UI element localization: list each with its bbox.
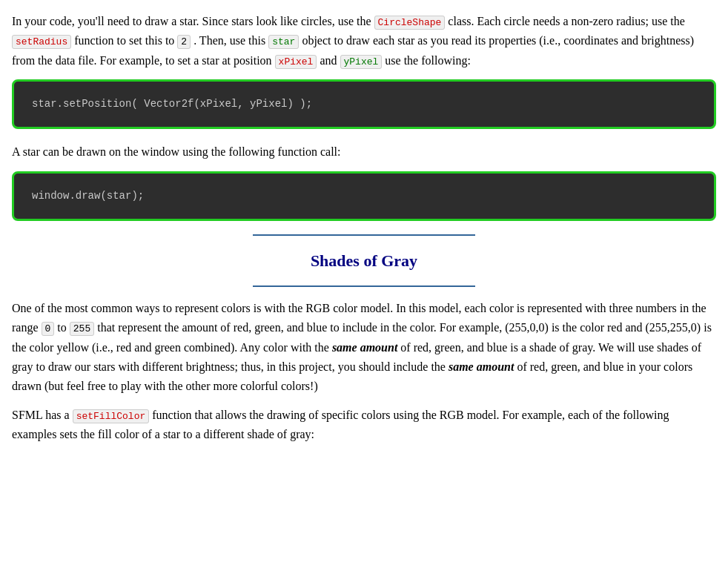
code-block-1: star.setPosition( Vector2f(xPixel, yPixe…	[12, 79, 716, 129]
p3-same-amount-1: same amount	[332, 341, 397, 354]
p1-text-after-two: . Then, use this	[191, 34, 268, 47]
paragraph-3: One of the most common ways to represent…	[12, 299, 716, 397]
zero-badge: 0	[42, 322, 55, 336]
content-area: In your code, you'll need to draw a star…	[12, 12, 716, 444]
two-inline-code: 2	[177, 35, 191, 49]
p1-text-end: use the following:	[382, 54, 471, 67]
paragraph-1: In your code, you'll need to draw a star…	[12, 12, 716, 70]
section-title: Shades of Gray	[12, 248, 716, 274]
p1-text-after-setradius: function to set this to	[71, 34, 177, 47]
section-divider-bottom	[253, 285, 475, 287]
circleshape-inline-code: CircleShape	[374, 16, 446, 30]
code-block-2-text: window.draw(star);	[32, 188, 696, 204]
paragraph-4: SFML has a setFillColor function that al…	[12, 406, 716, 445]
code-block-2: window.draw(star);	[12, 171, 716, 221]
p1-text-after-circleshape: class. Each circle needs a non-zero radi…	[445, 15, 684, 27]
code-block-1-text: star.setPosition( Vector2f(xPixel, yPixe…	[32, 96, 696, 112]
paragraph-2: A star can be drawn on the window using …	[12, 142, 716, 162]
p3-same-amount-2: same amount	[449, 360, 514, 373]
p1-text-and: and	[317, 54, 340, 67]
section-divider-top	[253, 234, 475, 236]
twofivefive-badge: 255	[70, 322, 94, 336]
xpixel-inline-code: xPixel	[275, 55, 317, 69]
setfillcolor-inline-code: setFillColor	[73, 409, 150, 423]
p1-text-before-circleshape: In your code, you'll need to draw a star…	[12, 15, 374, 27]
setradius-inline-code: setRadius	[12, 35, 71, 49]
p3-to: to	[54, 321, 69, 334]
ypixel-inline-code: yPixel	[340, 55, 383, 69]
p4-text1: SFML has a	[12, 409, 73, 421]
star-inline-code: star	[268, 35, 299, 49]
